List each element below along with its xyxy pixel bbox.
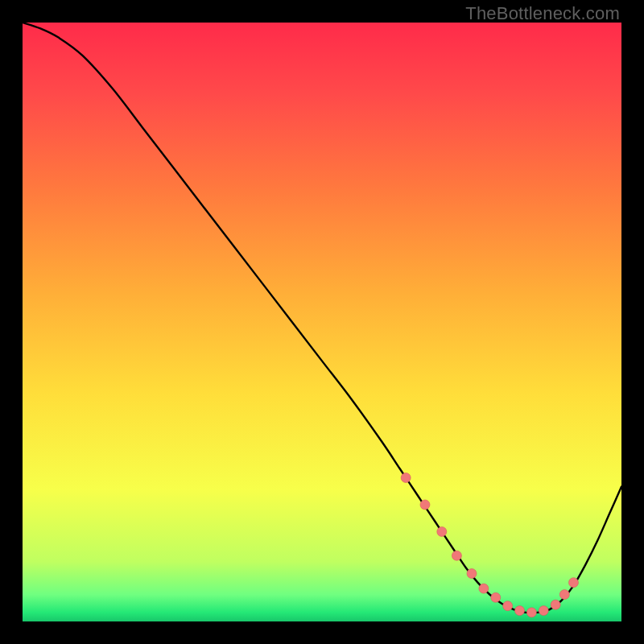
marker-dot xyxy=(539,606,548,616)
marker-dot xyxy=(568,578,578,588)
watermark-text: TheBottleneck.com xyxy=(465,3,620,24)
marker-dot xyxy=(467,568,477,578)
marker-dot xyxy=(526,608,536,617)
marker-dot xyxy=(401,473,411,482)
marker-dot xyxy=(420,500,430,510)
marker-dot xyxy=(452,551,461,560)
marker-dot xyxy=(515,606,525,616)
gradient-background xyxy=(23,23,621,621)
marker-dot xyxy=(437,526,447,536)
marker-dot xyxy=(491,592,501,602)
bottleneck-chart xyxy=(23,23,621,621)
marker-dot xyxy=(479,584,489,593)
marker-dot xyxy=(503,601,513,611)
chart-frame xyxy=(23,23,621,621)
marker-dot xyxy=(559,590,569,600)
marker-dot xyxy=(551,600,560,609)
